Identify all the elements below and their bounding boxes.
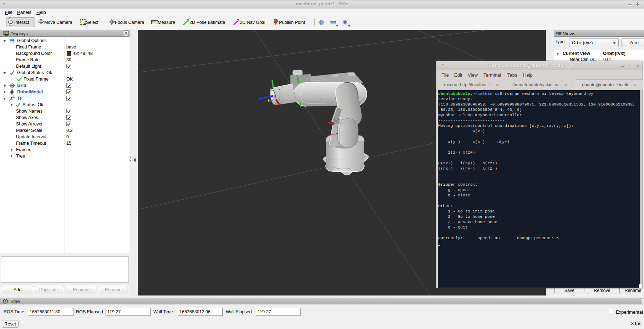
svg-text:lir: lir <box>268 98 271 103</box>
